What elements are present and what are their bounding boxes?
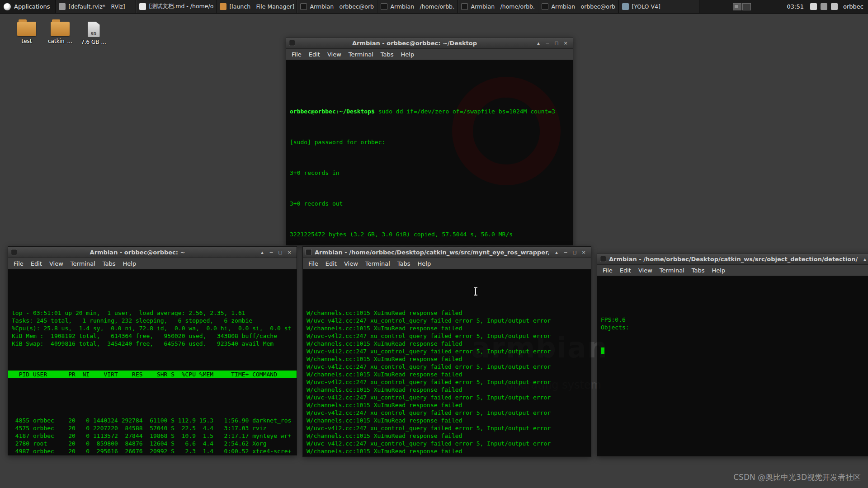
terminal-line: W/channels.cc:1015 XuImuRead response fa… [307,355,587,363]
terminal-output[interactable]: top - 03:51:01 up 20 min, 1 user, load a… [8,269,297,455]
close-icon[interactable]: × [561,38,570,48]
terminal-app-icon [600,256,606,262]
terminal-line: [sudo] password for orbbec: [290,138,569,146]
minimize-icon[interactable]: − [543,38,552,48]
system-tray [808,0,840,13]
menu-item[interactable]: Help [119,259,140,268]
panel-spacer [699,0,731,13]
desktop-icon[interactable]: SD 7.6 GB ... [77,20,110,45]
top-summary-line: KiB Swap: 4099816 total, 3454240 free, 6… [12,340,293,347]
minimize-icon[interactable]: − [267,247,276,258]
desktop-icon[interactable]: catkin_... [43,20,77,45]
tray-icon[interactable] [831,3,838,10]
menu-item[interactable]: View [46,259,67,268]
window-title: Armbian - /home/orbbec/Desktop/catkin_ws… [609,256,858,263]
taskbar-window-label: [default.rviz* - RViz] [68,3,125,10]
menu-item[interactable]: File [305,259,322,268]
taskbar-window-button[interactable]: Armbian - /home/orbb... [377,0,458,13]
top-summary-line: Tasks: 245 total, 1 running, 232 sleepin… [12,317,293,324]
workspace-1-button[interactable] [733,3,741,10]
titlebar[interactable]: Armbian - /home/orbbec/Desktop/catkin_ws… [597,253,868,265]
menu-item[interactable]: View [635,266,656,275]
taskbar-window-icon [139,3,146,10]
mouse-cursor-icon [475,288,476,295]
menu-item[interactable]: Help [708,266,729,275]
csdn-watermark: CSDN @奥比中光3D视觉开发者社区 [733,472,861,483]
window-controls: ▴ − ◻ × [258,247,294,258]
desktop-icons: test catkin_... SD 7.6 GB ... [10,20,110,45]
menu-item[interactable]: View [340,259,362,268]
desktop-icon[interactable]: test [10,20,43,45]
taskbar-window-button[interactable]: Armbian - /home/orbb... [458,0,538,13]
terminal-line: FPS:0.6 [601,316,868,324]
menu-item[interactable]: Tabs [688,266,708,275]
terminal-line: W/uvc-v4l2.cc:247 xu_control_query faile… [307,347,587,355]
taskbar-window-button[interactable]: [launch - File Manager] [217,0,297,13]
menu-item[interactable]: Tabs [99,259,119,268]
tray-icon[interactable] [821,3,827,10]
menu-item[interactable]: Terminal [345,50,377,59]
maximize-icon[interactable]: ◻ [552,38,561,48]
maximize-icon[interactable]: ◻ [570,247,579,258]
menu-item[interactable]: Edit [27,259,46,268]
sdcard-badge: SD [88,32,100,36]
terminal-line: W/uvc-v4l2.cc:247 xu_control_query faile… [307,455,587,456]
terminal-output[interactable]: W/channels.cc:1015 XuImuRead response fa… [303,269,591,456]
terminal-line: W/uvc-v4l2.cc:247 xu_control_query faile… [307,394,587,401]
shade-icon[interactable]: ▴ [534,38,543,48]
menu-item[interactable]: Edit [322,259,340,268]
maximize-icon[interactable]: ◻ [276,247,285,258]
terminal-output[interactable]: orbbec@orbbec:~/Desktop$ sudo dd if=/dev… [286,60,573,245]
terminal-output[interactable]: FPS:0.6Objects: [597,276,868,456]
menu-item[interactable]: Help [397,50,418,59]
menu-item[interactable]: View [324,50,345,59]
panel-clock[interactable]: 03:51 [783,0,808,13]
taskbar-window-button[interactable]: [default.rviz* - RViz] [56,0,136,13]
taskbar-window-label: Armbian - orbbec@orb... [551,3,616,10]
taskbar-window-button[interactable]: Armbian - orbbec@orb... [538,0,619,13]
titlebar[interactable]: Armbian - orbbec@orbbec: ~ ▴ − ◻ × [8,247,297,258]
taskbar-window-icon [381,3,387,10]
shade-icon[interactable]: ▴ [860,254,868,264]
terminal-line: W/uvc-v4l2.cc:247 xu_control_query faile… [307,424,587,432]
minimize-icon[interactable]: − [561,247,570,258]
terminal-lines: orbbec@orbbec:~/Desktop$ sudo dd if=/dev… [290,77,569,245]
menu-item[interactable]: File [10,259,27,268]
terminal-line: W/uvc-v4l2.cc:247 xu_control_query faile… [307,317,587,324]
terminal-window-mynt-eye: Armbian - /home/orbbec/Desktop/catkin_ws… [302,246,591,457]
taskbar: [default.rviz* - RViz] [测试文档.md - /home/… [56,0,699,13]
menu-item[interactable]: File [288,50,305,59]
close-icon[interactable]: × [285,247,294,258]
menu-item[interactable]: Tabs [394,259,414,268]
taskbar-window-button[interactable]: [测试文档.md - /home/o... [136,0,217,13]
close-icon[interactable]: × [579,247,588,258]
menu-item[interactable]: Terminal [656,266,688,275]
top-process-table: 4855 orbbec 20 0 1440324 292784 61100 S … [12,394,293,455]
menu-item[interactable]: Terminal [362,259,394,268]
terminal-line: W/uvc-v4l2.cc:247 xu_control_query faile… [307,378,587,386]
menu-item[interactable]: Edit [616,266,635,275]
workspace-2-button[interactable] [742,3,751,10]
menu-item[interactable]: Edit [305,50,324,59]
terminal-line: 3+0 records in [290,169,569,177]
tray-icon[interactable] [810,3,817,10]
shade-icon[interactable]: ▴ [258,247,267,258]
titlebar[interactable]: Armbian - orbbec@orbbec: ~/Desktop ▴ − ◻… [286,38,573,49]
top-panel: Applications [default.rviz* - RViz] [测试文… [0,0,868,14]
applications-menu-button[interactable]: Applications [0,0,56,13]
taskbar-window-icon [220,3,226,10]
terminal-line: Objects: [601,324,868,331]
menu-item[interactable]: Tabs [377,50,397,59]
shade-icon[interactable]: ▴ [552,247,561,258]
menu-item[interactable]: Help [414,259,435,268]
terminal-line: 3221225472 bytes (3.2 GB, 3.0 GiB) copie… [290,230,569,238]
terminal-line: W/channels.cc:1015 XuImuRead response fa… [307,432,587,440]
workspace-pager[interactable] [731,0,753,13]
top-table-header: PID USER PR NI VIRT RES SHR S %CPU %MEM … [8,371,297,378]
taskbar-window-button[interactable]: Armbian - orbbec@orb... [297,0,377,13]
window-title: Armbian - orbbec@orbbec: ~ [20,249,255,256]
menu-item[interactable]: File [599,266,616,275]
taskbar-window-button[interactable]: [YOLO V4] [619,0,699,13]
menu-item[interactable]: Terminal [67,259,99,268]
titlebar[interactable]: Armbian - /home/orbbec/Desktop/catkin_ws… [303,247,591,258]
